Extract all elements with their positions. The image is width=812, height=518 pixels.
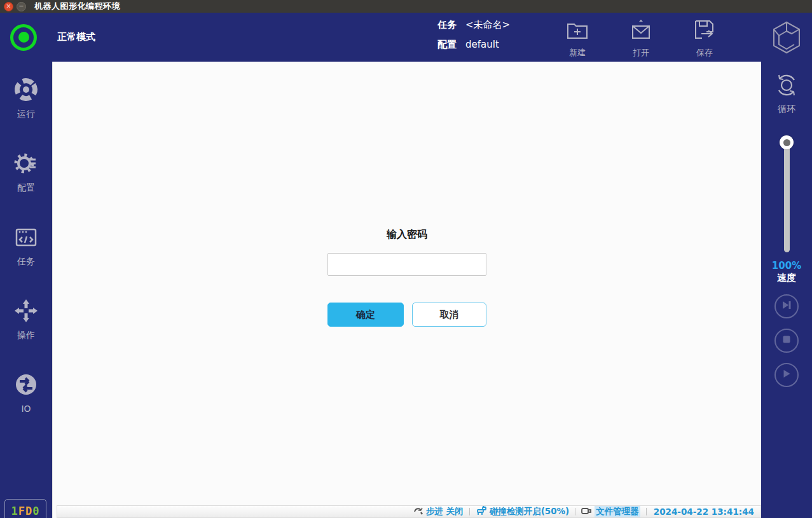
statusbar-separator [469,508,470,515]
statusbar-separator [575,508,575,515]
task-label: 任务 [437,19,457,31]
play-button[interactable] [774,363,799,387]
minimize-button[interactable]: − [17,2,26,11]
action-label: 打开 [633,47,649,58]
sidebar-item-task[interactable]: 任务 [0,218,52,274]
save-icon [692,18,717,44]
mode-indicator-group: 正常模式 [10,24,95,51]
gear-icon [13,151,39,179]
run-icon [13,77,39,105]
sidebar-item-io[interactable]: IO [0,365,52,420]
cancel-button[interactable]: 取消 [412,303,486,327]
speed-readout: 100% 速度 [772,260,801,284]
config-label: 配置 [437,39,457,51]
play-icon [781,368,792,382]
loop-label: 循环 [778,104,795,115]
right-sidebar: 循环 100% 速度 [761,62,812,518]
sidebar-item-config[interactable]: 配置 [0,144,52,200]
loop-refresh-icon [773,72,800,101]
status-code-badge: 1 F D 0 [4,499,46,518]
open-task-button[interactable]: 打开 [623,18,659,58]
window-title: 机器人图形化编程环境 [34,1,120,12]
close-button[interactable]: × [4,2,13,11]
file-manager-label: 文件管理器 [595,506,640,517]
step-forward-button[interactable] [774,294,799,318]
sidebar-item-label: 任务 [17,256,35,268]
code-char: F [18,505,25,517]
sidebar-item-label: 配置 [17,182,35,194]
app-window: × − 机器人图形化编程环境 正常模式 任务 <未命名> 配置 default [0,0,812,518]
action-label: 保存 [696,47,713,58]
collision-status[interactable]: 碰撞检测开启(50%) [476,506,570,517]
code-char: D [25,505,32,517]
status-timestamp: 2024-04-22 13:41:44 [654,507,754,517]
normal-mode-indicator-icon [10,24,37,51]
speed-slider[interactable] [780,135,794,250]
config-value: default [465,39,499,51]
collision-detect-icon [476,506,487,517]
speed-label: 速度 [772,272,801,284]
stop-button[interactable] [774,329,799,353]
step-status-label: 步进 关闭 [426,506,464,517]
brand-logo-icon [770,20,803,57]
statusbar-separator [646,508,647,515]
step-status[interactable]: 步进 关闭 [413,506,464,517]
status-bar: 步进 关闭 碰撞检测开启(50%) [57,505,761,518]
loop-button[interactable]: 循环 [773,72,800,115]
titlebar: × − 机器人图形化编程环境 [0,0,812,13]
header-actions: 新建 打开 [560,18,722,58]
slider-track[interactable] [784,140,790,252]
skip-next-icon [781,299,792,313]
sidebar-item-run[interactable]: 运行 [0,71,52,126]
slider-knob[interactable] [780,135,794,149]
task-value: <未命名> [465,19,510,31]
io-exchange-icon [13,372,39,400]
speed-percent: 100% [772,260,801,271]
task-config-info: 任务 <未命名> 配置 default [437,19,510,58]
move-arrows-icon [13,298,39,326]
password-input[interactable] [327,253,486,276]
sidebar-item-label: 运行 [17,109,35,120]
main-content: 输入密码 确定 取消 步进 关闭 [52,62,761,518]
new-file-icon [565,18,589,44]
stop-icon [781,334,792,347]
action-label: 新建 [569,47,586,58]
left-sidebar: 运行 配置 [0,62,52,518]
open-file-icon [629,18,653,44]
new-task-button[interactable]: 新建 [560,18,595,58]
step-arrow-icon [413,507,423,517]
file-manager-item[interactable]: 文件管理器 [581,506,640,517]
code-window-icon [13,224,39,252]
code-char: 0 [32,505,39,517]
sidebar-item-label: IO [21,404,31,414]
save-task-button[interactable]: 保存 [687,18,722,58]
usb-drive-icon [581,507,592,517]
collision-status-label: 碰撞检测开启(50%) [490,506,570,517]
app-header: 正常模式 任务 <未命名> 配置 default 新建 [0,13,812,62]
sidebar-item-label: 操作 [17,330,35,341]
sidebar-item-operate[interactable]: 操作 [0,292,52,348]
code-char: 1 [11,505,18,517]
ok-button[interactable]: 确定 [327,303,404,327]
mode-label: 正常模式 [57,31,95,43]
dialog-title: 输入密码 [327,228,486,242]
password-dialog: 输入密码 确定 取消 [327,228,486,327]
